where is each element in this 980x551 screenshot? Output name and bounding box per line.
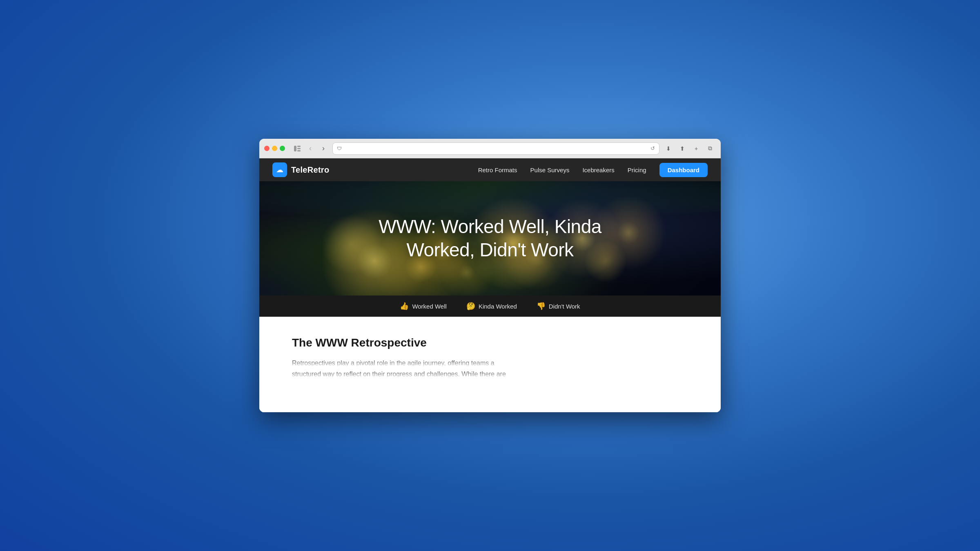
logo-text: TeleRetro xyxy=(291,165,329,175)
address-bar[interactable]: 🛡 ↺ xyxy=(332,142,659,155)
thinking-icon: 🤔 xyxy=(466,302,475,311)
tab-didnt-work[interactable]: 👎 Didn't Work xyxy=(537,302,580,311)
nav-link-icebreakers[interactable]: Icebreakers xyxy=(582,167,614,173)
back-button[interactable]: ‹ xyxy=(305,143,316,154)
cloud-icon: ☁ xyxy=(276,165,283,174)
nav-link-pulse-surveys[interactable]: Pulse Surveys xyxy=(530,167,570,173)
logo-icon: ☁ xyxy=(272,162,287,177)
tab-worked-well[interactable]: 👍 Worked Well xyxy=(400,302,446,311)
nav-links: Retro Formats Pulse Surveys Icebreakers … xyxy=(478,163,708,177)
logo-link[interactable]: ☁ TeleRetro xyxy=(272,162,329,177)
hero-title-line2: Worked, Didn't Work xyxy=(406,239,573,260)
forward-icon: › xyxy=(322,144,325,153)
sidebar-toggle-button[interactable] xyxy=(292,143,303,154)
share-icon: ⬆ xyxy=(680,145,685,152)
download-button[interactable]: ⬇ xyxy=(663,143,674,154)
maximize-button[interactable] xyxy=(280,146,285,151)
hero-content: WWW: Worked Well, Kinda Worked, Didn't W… xyxy=(362,215,618,262)
dashboard-button[interactable]: Dashboard xyxy=(659,163,708,177)
tabs-strip: 👍 Worked Well 🤔 Kinda Worked 👎 Didn't Wo… xyxy=(259,295,721,317)
hero-title-line1: WWW: Worked Well, Kinda xyxy=(379,216,601,237)
plus-icon: + xyxy=(695,145,698,152)
reload-icon[interactable]: ↺ xyxy=(650,145,655,151)
website-content: ☁ TeleRetro Retro Formats Pulse Surveys … xyxy=(259,158,721,412)
browser-actions: ⬇ ⬆ + ⧉ xyxy=(663,143,716,154)
svg-rect-1 xyxy=(297,146,301,147)
back-icon: ‹ xyxy=(309,144,312,153)
svg-rect-2 xyxy=(297,148,301,149)
tabs-overview-button[interactable]: ⧉ xyxy=(704,143,716,154)
minimize-button[interactable] xyxy=(272,146,277,151)
svg-rect-0 xyxy=(294,146,296,151)
traffic-lights xyxy=(264,146,285,151)
browser-window: ‹ › 🛡 ↺ ⬇ ⬆ xyxy=(259,139,721,412)
tab-kinda-worked-label: Kinda Worked xyxy=(479,303,517,310)
svg-rect-3 xyxy=(297,150,301,151)
new-tab-button[interactable]: + xyxy=(690,143,702,154)
thumbs-up-icon: 👍 xyxy=(400,302,409,311)
atmosphere-overlay xyxy=(259,181,721,218)
browser-chrome: ‹ › 🛡 ↺ ⬇ ⬆ xyxy=(259,139,721,158)
tab-didnt-work-label: Didn't Work xyxy=(549,303,580,310)
content-title: The WWW Retrospective xyxy=(292,336,688,349)
navigation: ☁ TeleRetro Retro Formats Pulse Surveys … xyxy=(259,158,721,181)
tab-worked-well-label: Worked Well xyxy=(412,303,446,310)
close-button[interactable] xyxy=(264,146,270,151)
thumbs-down-icon: 👎 xyxy=(537,302,546,311)
hero-section: WWW: Worked Well, Kinda Worked, Didn't W… xyxy=(259,181,721,295)
security-icon: 🛡 xyxy=(337,146,342,151)
download-icon: ⬇ xyxy=(666,145,671,152)
nav-link-retro-formats[interactable]: Retro Formats xyxy=(478,167,517,173)
desktop: ‹ › 🛡 ↺ ⬇ ⬆ xyxy=(0,0,980,551)
content-body: Retrospectives play a pivotal role in th… xyxy=(292,358,688,380)
forward-button[interactable]: › xyxy=(318,143,329,154)
hero-title: WWW: Worked Well, Kinda Worked, Didn't W… xyxy=(379,215,601,262)
browser-controls: ‹ › xyxy=(292,143,329,154)
tab-kinda-worked[interactable]: 🤔 Kinda Worked xyxy=(466,302,517,311)
tabs-icon: ⧉ xyxy=(708,145,712,152)
nav-link-pricing[interactable]: Pricing xyxy=(628,167,646,173)
content-body-text: Retrospectives play a pivotal role in th… xyxy=(292,360,506,378)
share-button[interactable]: ⬆ xyxy=(677,143,688,154)
address-bar-container: 🛡 ↺ xyxy=(332,142,659,155)
content-section: The WWW Retrospective Retrospectives pla… xyxy=(259,317,721,412)
